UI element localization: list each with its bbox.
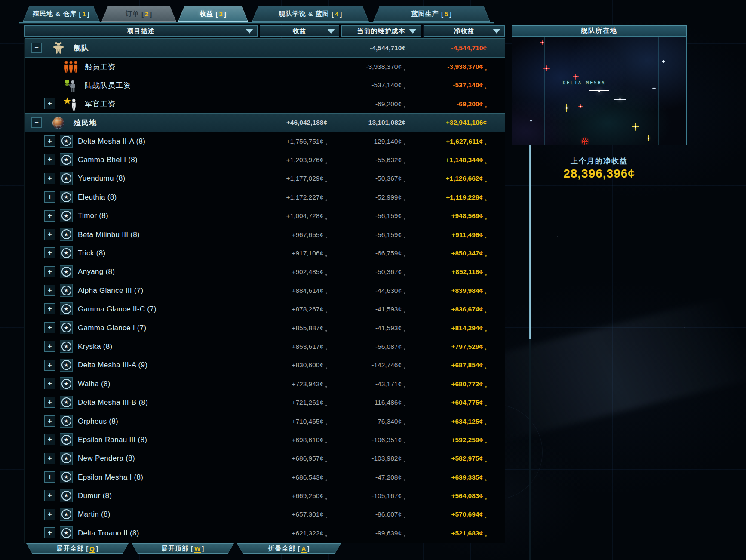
colony-star-icon: ★ [60, 415, 73, 428]
row-label: Orpheus (8) [78, 412, 118, 431]
expand-button[interactable]: + [44, 471, 55, 483]
table-row[interactable]: 陆战队员工资-537,140¢*-537,140¢* [25, 76, 505, 95]
expand-all-button[interactable]: 展开全部 [Q] [26, 543, 129, 554]
expand-button[interactable]: + [44, 154, 55, 165]
table-row[interactable]: +★Eleuthia (8)+1,172,227¢*-52,999¢*+1,11… [25, 188, 505, 206]
collapse-button[interactable]: − [31, 43, 42, 53]
fleet-location-minimap[interactable]: DELTA MESHA [512, 36, 687, 145]
table-row[interactable]: +★Delta Troano II (8)+621,322¢*-99,639¢*… [25, 524, 505, 542]
tab-orders[interactable]: 订单 [2] [101, 6, 176, 22]
maintenance-value: -103,982¢* [332, 449, 405, 468]
row-label: Walha (8) [78, 375, 111, 393]
table-row[interactable]: +★Kryska (8)+853,617¢*-56,087¢*+797,529¢… [25, 337, 505, 356]
column-header-2[interactable]: 当前的维护成本 [341, 25, 421, 37]
net-income-value: +604,775¢* [409, 393, 487, 412]
table-row[interactable]: +★Yuendumu (8)+1,177,029¢*-50,367¢*+1,12… [25, 169, 505, 188]
maintenance-value: -537,140¢* [332, 76, 405, 95]
column-header-label: 当前的维护成本 [357, 27, 405, 35]
button-label: 展开顶部 [W] [132, 543, 234, 554]
expand-button[interactable]: + [44, 360, 55, 371]
table-row[interactable]: +★Epsilon Ranau III (8)+698,610¢*-106,35… [25, 431, 505, 449]
expand-button[interactable]: + [44, 98, 55, 109]
table-row[interactable]: +★Dumur (8)+669,250¢*-105,167¢*+564,083¢… [25, 486, 505, 505]
net-income-value: +1,126,662¢* [409, 169, 487, 188]
row-label: Dumur (8) [78, 486, 112, 505]
table-row[interactable]: +★Delta Mesha III-B (8)+721,261¢*-116,48… [25, 393, 505, 412]
planet-icon [50, 115, 67, 131]
tab-colonies-cargo[interactable]: 殖民地 & 仓库 [1] [23, 6, 100, 22]
expand-button[interactable]: + [44, 490, 55, 501]
expand-button[interactable]: + [44, 247, 55, 258]
table-row[interactable]: 船员工资-3,938,370¢*-3,938,370¢* [25, 57, 505, 76]
expand-button[interactable]: + [44, 397, 55, 408]
income-value: +1,004,728¢* [215, 207, 327, 225]
tab-blueprint-production[interactable]: 蓝图生产 [5] [373, 6, 490, 22]
tab-income[interactable]: 收益 [3] [178, 6, 248, 22]
collapse-button[interactable]: − [31, 117, 42, 128]
expand-button[interactable]: + [44, 453, 55, 464]
marine-icon [63, 77, 79, 94]
maintenance-value: -86,607¢* [332, 505, 405, 524]
maintenance-value: -66,759¢* [332, 244, 405, 262]
maintenance-value: -43,171¢* [332, 375, 405, 393]
sort-dropdown-icon[interactable] [493, 29, 500, 34]
table-row[interactable]: +★Beta Milinbu III (8)+967,655¢*-56,159¢… [25, 225, 505, 244]
colony-star-icon: ★ [60, 471, 73, 483]
expand-button[interactable]: + [44, 322, 55, 333]
table-row[interactable]: +★Gamma Glance II-C (7)+878,267¢*-41,593… [25, 300, 505, 318]
table-row[interactable]: +★Alpha Glance III (7)+884,614¢*-44,630¢… [25, 281, 505, 300]
net-income-value: +814,294¢* [409, 319, 487, 337]
expand-button[interactable]: + [44, 173, 55, 184]
expand-button[interactable]: + [44, 210, 55, 222]
net-income-value: +639,335¢* [409, 468, 487, 486]
table-row[interactable]: +★Walha (8)+723,943¢*-43,171¢*+680,772¢* [25, 375, 505, 393]
column-header-label: 收益 [293, 27, 307, 35]
expand-button[interactable]: + [44, 285, 55, 296]
net-income-value: +687,854¢* [409, 356, 487, 375]
sort-dropdown-icon[interactable] [327, 29, 335, 34]
expand-button[interactable]: + [44, 434, 55, 445]
expand-button[interactable]: + [44, 135, 55, 147]
income-value [215, 39, 327, 57]
table-row[interactable]: +★Anyang (8)+902,485¢*-50,367¢*+852,118¢… [25, 263, 505, 281]
table-row[interactable]: +★Epsilon Mesha I (8)+686,543¢*-47,208¢*… [25, 468, 505, 486]
table-row[interactable]: +★Trick (8)+917,106¢*-66,759¢*+850,347¢* [25, 244, 505, 262]
table-row[interactable]: +★Delta Mesha II-A (8)+1,756,751¢*-129,1… [25, 132, 505, 151]
table-row[interactable]: +军官工资-69,200¢*-69,200¢* [25, 95, 505, 113]
expand-button[interactable]: + [44, 303, 55, 314]
expand-button[interactable]: + [44, 527, 55, 538]
maintenance-value: -50,367¢* [332, 169, 405, 188]
column-header-1[interactable]: 收益 [260, 25, 339, 37]
expand-button[interactable]: + [44, 378, 55, 389]
row-label: Martin (8) [78, 505, 111, 524]
expand-top-button[interactable]: 展开顶部 [W] [132, 543, 234, 554]
expand-button[interactable]: + [44, 229, 55, 240]
button-label: 折叠全部 [A] [237, 543, 341, 554]
expand-button[interactable]: + [44, 509, 55, 520]
table-row[interactable]: +★Gamma Glance I (7)+855,887¢*-41,593¢*+… [25, 319, 505, 337]
expand-button[interactable]: + [44, 191, 55, 203]
income-value: +710,465¢* [215, 412, 327, 431]
fleet-marker-icon[interactable] [582, 138, 588, 145]
expand-button[interactable]: + [44, 341, 55, 352]
table-row[interactable]: +★Timor (8)+1,004,728¢*-56,159¢*+948,569… [25, 207, 505, 225]
map-grid-line [658, 37, 659, 145]
table-row[interactable]: +★New Pendera (8)+686,957¢*-103,982¢*+58… [25, 449, 505, 468]
column-header-3[interactable]: 净收益 [424, 25, 505, 37]
income-value: +917,106¢* [215, 244, 327, 262]
sort-dropdown-icon[interactable] [409, 29, 417, 34]
column-header-0[interactable]: 项目描述 [24, 25, 258, 37]
maintenance-value: -116,486¢* [332, 393, 405, 412]
sort-dropdown-icon[interactable] [246, 29, 253, 34]
collapse-all-button[interactable]: 折叠全部 [A] [237, 543, 341, 554]
table-row[interactable]: −舰队-4,544,710¢-4,544,710¢ [25, 39, 505, 57]
expand-button[interactable]: + [44, 266, 55, 277]
expand-button[interactable]: + [44, 415, 55, 427]
table-row[interactable]: −殖民地+46,042,188¢-13,101,082¢+32,941,106¢ [25, 114, 505, 132]
colony-star-icon: ★ [60, 321, 73, 334]
tab-fleet-doctrine-blueprints[interactable]: 舰队学说 & 蓝图 [4] [252, 6, 369, 22]
table-row[interactable]: +★Martin (8)+657,301¢*-86,607¢*+570,694¢… [25, 505, 505, 524]
table-row[interactable]: +★Delta Mesha III-A (9)+830,600¢*-142,74… [25, 356, 505, 375]
table-row[interactable]: +★Gamma Bhel I (8)+1,203,976¢*-55,632¢*+… [25, 151, 505, 169]
table-row[interactable]: +★Orpheus (8)+710,465¢*-76,340¢*+634,125… [25, 412, 505, 431]
